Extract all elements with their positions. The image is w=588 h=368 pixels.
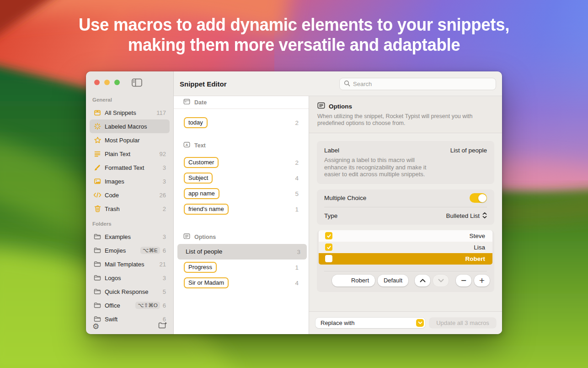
search-icon <box>344 80 350 88</box>
sidebar-item-count: 3 <box>163 164 166 171</box>
macro-pill: Subject <box>184 173 213 184</box>
option-row-steve[interactable]: Steve <box>319 230 492 242</box>
multiple-choice-toggle[interactable] <box>470 193 487 203</box>
gear-icon[interactable]: ⚙ <box>92 323 99 330</box>
sidebar-item-label: Quick Response <box>105 288 163 295</box>
sidebar-section-folders: Folders <box>92 221 173 227</box>
sidebar-toggle-icon[interactable] <box>132 78 142 87</box>
sidebar-folder-mail-templates[interactable]: Mail Templates 21 <box>90 257 170 271</box>
sidebar-item-most-popular[interactable]: Most Popular <box>90 133 170 147</box>
sidebar-item-label: Mail Templates <box>105 261 160 268</box>
type-popup-button[interactable]: Bulleted List <box>446 212 487 220</box>
macro-count: 5 <box>295 190 299 197</box>
macro-row-friends-name[interactable]: friend's name 1 <box>174 201 309 217</box>
replace-with-dropdown[interactable]: Replace with <box>315 318 425 328</box>
sidebar-folder-examples[interactable]: Examples 3 <box>90 230 170 244</box>
macro-count: 4 <box>295 280 299 287</box>
group-header-text: A Text <box>174 139 309 152</box>
group-header-options: Options <box>174 231 309 244</box>
move-down-button[interactable] <box>433 275 449 287</box>
add-option-button[interactable]: + <box>474 275 490 287</box>
sidebar-item-label: Labeled Macros <box>105 123 166 130</box>
label-value[interactable]: List of people <box>450 147 487 154</box>
sidebar-folder-logos[interactable]: Logos 3 <box>90 271 170 285</box>
sidebar-item-label: Formatted Text <box>105 164 163 171</box>
sidebar-item-trash[interactable]: Trash 2 <box>90 202 170 216</box>
image-icon <box>93 177 102 185</box>
sidebar-item-formatted-text[interactable]: Formatted Text 3 <box>90 161 170 174</box>
sidebar-folder-office[interactable]: Office ⌥⇧⌘O 6 <box>90 298 170 312</box>
macro-row-customer[interactable]: Customer 2 <box>174 155 309 170</box>
macro-row-subject[interactable]: Subject 4 <box>174 170 309 186</box>
sidebar-item-all-snippets[interactable]: All Snippets 117 <box>90 106 170 119</box>
hero-headline: Use macros to add dynamic elements to yo… <box>18 15 571 55</box>
inspector-description: When utilizing the snippet, Rocket Typis… <box>317 113 493 126</box>
checkbox-checked-icon[interactable] <box>325 244 332 251</box>
window-main: Snippet Editor Date today 2 <box>174 71 502 334</box>
option-row-lisa[interactable]: Lisa <box>319 242 492 253</box>
macro-row-sir-or-madam[interactable]: Sir or Madam 4 <box>174 275 309 291</box>
folder-icon <box>93 301 102 309</box>
close-button[interactable] <box>94 80 100 85</box>
search-field[interactable] <box>339 78 496 90</box>
app-window: General All Snippets 117 Labeled Macros … <box>86 71 502 334</box>
group-header-date: Date <box>174 96 309 109</box>
star-icon <box>93 136 102 144</box>
folder-icon <box>93 274 102 282</box>
inspector-title: Options <box>329 103 352 110</box>
sparkle-icon <box>93 122 102 130</box>
group-header-label: Options <box>194 234 216 240</box>
sidebar-item-label: Examples <box>105 233 163 240</box>
sidebar-item-label: Plain Text <box>105 151 160 157</box>
code-icon <box>93 191 102 199</box>
sidebar-folder-emojies[interactable]: Emojies ⌥⌘E 6 <box>90 244 170 257</box>
remove-option-button[interactable]: − <box>456 275 471 287</box>
option-name: Lisa <box>474 244 485 251</box>
multiple-choice-label: Multiple Choice <box>324 195 366 201</box>
calendar-icon <box>183 98 190 107</box>
group-header-label: Text <box>194 142 206 149</box>
sidebar-folder-quick-response[interactable]: Quick Response 5 <box>90 285 170 298</box>
window-title: Snippet Editor <box>180 71 227 96</box>
new-folder-icon[interactable] <box>158 322 167 331</box>
macro-pill: Sir or Madam <box>184 277 229 288</box>
checkbox-unchecked-icon[interactable] <box>325 255 332 262</box>
option-row-robert[interactable]: Robert <box>319 253 492 265</box>
macro-row-progress[interactable]: Progress 1 <box>174 260 309 275</box>
zoom-button[interactable] <box>114 80 120 85</box>
checkbox-checked-icon[interactable] <box>325 232 332 239</box>
inspector-header: Options When utilizing the snippet, Rock… <box>309 96 502 133</box>
hero-line-2: making them more versatile and adaptable <box>18 35 571 55</box>
macro-pill: Customer <box>184 157 219 168</box>
sidebar-item-count: 6 <box>163 247 166 254</box>
search-input[interactable] <box>353 81 492 87</box>
macro-row-list-of-people[interactable]: List of people 3 <box>177 244 307 260</box>
folder-icon <box>93 233 102 241</box>
option-name: Steve <box>469 233 485 239</box>
sidebar-item-count: 3 <box>163 233 166 240</box>
sidebar-item-labeled-macros[interactable]: Labeled Macros <box>90 119 170 133</box>
macro-row-today[interactable]: today 2 <box>174 115 309 130</box>
option-name: Robert <box>465 255 486 262</box>
move-up-button[interactable] <box>415 275 430 287</box>
sidebar-item-label: Code <box>105 192 160 199</box>
macro-row-app-name[interactable]: app name 5 <box>174 186 309 201</box>
sidebar-item-label: Logos <box>105 275 163 281</box>
update-all-macros-button[interactable]: Update all 3 macros <box>429 318 496 328</box>
sidebar-item-count: 21 <box>160 261 166 268</box>
macro-count: 4 <box>295 175 299 182</box>
type-value: Bulleted List <box>446 212 480 219</box>
sidebar-item-code[interactable]: Code 26 <box>90 188 170 202</box>
shortcut-badge: ⌥⇧⌘O <box>135 302 160 309</box>
minimize-button[interactable] <box>104 80 110 85</box>
option-edit-field[interactable]: Robert <box>332 275 375 287</box>
macro-count: 2 <box>295 159 299 166</box>
macro-pill: List of people <box>177 246 227 257</box>
inspector-footer: Replace with Update all 3 macros <box>309 311 502 334</box>
sidebar-item-count: 3 <box>163 178 166 185</box>
sidebar-item-plain-text[interactable]: Plain Text 92 <box>90 147 170 161</box>
chevron-down-icon <box>416 319 424 327</box>
sidebar-item-images[interactable]: Images 3 <box>90 174 170 188</box>
default-button[interactable]: Default <box>378 275 408 287</box>
label-card: Label List of people Assigning a label t… <box>317 141 494 184</box>
